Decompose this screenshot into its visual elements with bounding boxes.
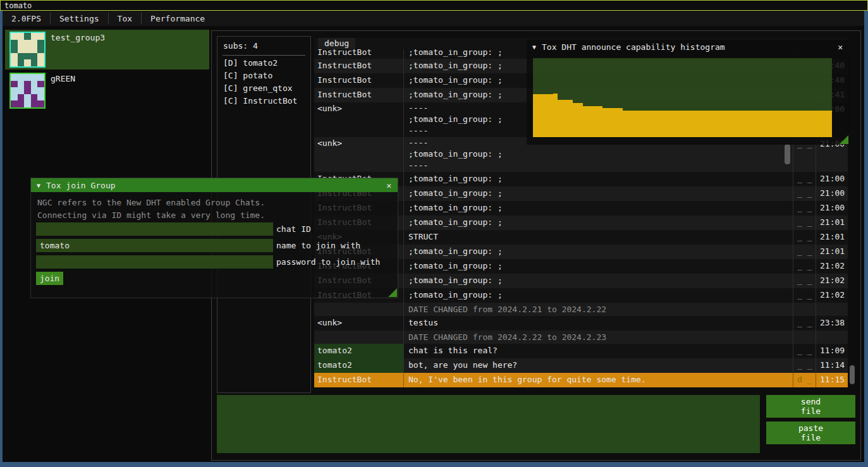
histogram-bar — [683, 111, 688, 137]
histogram-bar — [647, 111, 652, 137]
dht-histogram-window[interactable]: ▼ Tox DHT announce capability histogram … — [527, 40, 849, 145]
histogram-bar — [652, 111, 657, 137]
avatar-pixel — [37, 74, 44, 81]
close-icon[interactable]: ✕ — [386, 181, 398, 190]
histogram-bar — [828, 111, 833, 137]
histogram-bar — [812, 111, 817, 137]
avatar-pixel — [31, 94, 38, 101]
group-item-green[interactable]: gREEN — [5, 71, 209, 111]
delivery-flags: _ _ — [793, 186, 816, 201]
join-group-window[interactable]: ▼ Tox join Group ✕ NGC refers to the New… — [30, 178, 398, 298]
menu-item-2-0fps[interactable]: 2.0FPS — [3, 11, 50, 26]
dht-histogram-title: Tox DHT announce capability histogram — [542, 42, 725, 52]
delivery-flags: _ _ — [793, 316, 816, 331]
message-text: bot, are you new here? — [404, 358, 793, 373]
member-item[interactable]: [D] tomato2 — [223, 57, 278, 70]
avatar-pixel — [11, 74, 18, 81]
paste-file-button[interactable]: paste file — [766, 422, 855, 444]
chat-row[interactable]: DATE CHANGED from 2024.2.22 to 2024.2.23 — [314, 331, 848, 344]
close-icon[interactable]: ✕ — [838, 42, 849, 52]
histogram-bar — [787, 111, 792, 137]
timestamp: 21:00 — [816, 172, 848, 186]
timestamp: 21:02 — [816, 259, 848, 274]
histogram-bar — [802, 111, 807, 137]
avatar-pixel — [11, 46, 18, 53]
menu-item-tox[interactable]: Tox — [109, 11, 141, 26]
chat-row[interactable]: tomato2bot, are you new here?_ _11:14 — [314, 358, 848, 373]
timestamp: 21:01 — [816, 215, 848, 230]
timestamp: 21:00 — [816, 201, 848, 215]
avatar-pixel — [37, 87, 44, 94]
sender-name: tomato2 — [314, 344, 404, 358]
avatar-pixel — [11, 94, 18, 101]
collapse-arrow-icon[interactable]: ▼ — [31, 182, 46, 189]
chat-id-input[interactable] — [36, 222, 273, 236]
histogram-bar — [578, 103, 583, 137]
histogram-bar — [638, 111, 643, 137]
member-item[interactable]: [C] green_qtox — [223, 82, 293, 95]
message-text: ;tomato_in_group: ; — [404, 201, 793, 215]
join-group-title-bar[interactable]: ▼ Tox join Group ✕ — [31, 178, 398, 192]
chat-scrollbar-thumb[interactable] — [850, 365, 855, 384]
chat-row[interactable]: tomato2chat is this real?_ _11:09 — [314, 344, 848, 358]
sender-name: InstructBot — [314, 88, 404, 102]
histogram-bar — [707, 111, 712, 137]
avatar-pixel — [11, 100, 18, 107]
timestamp — [816, 303, 848, 316]
member-item[interactable]: [C] InstructBot — [223, 95, 297, 107]
sender-name: InstructBot — [314, 49, 404, 59]
member-item[interactable]: [C] potato — [223, 70, 272, 82]
message-text: ;tomato_in_group: ; — [404, 186, 793, 201]
avatar-pixel — [37, 100, 44, 107]
window-border-right — [864, 11, 868, 467]
paste-file-label-line1: paste — [798, 423, 823, 433]
dht-histogram-plot — [533, 58, 832, 137]
menu-item-settings[interactable]: Settings — [51, 11, 108, 26]
avatar-pixel — [11, 53, 18, 60]
sender-name — [314, 331, 404, 344]
timestamp: 21:01 — [816, 245, 848, 259]
avatar-pixel — [18, 33, 25, 40]
chat-row[interactable]: InstructBotNo, I've been in this group f… — [314, 373, 848, 387]
paste-file-label-line2: file — [801, 433, 821, 442]
avatar-pixel — [11, 33, 18, 40]
histogram-bar — [608, 108, 613, 137]
timestamp: 21:02 — [816, 288, 848, 303]
chat-row[interactable]: <unk>testus_ _23:38 — [314, 316, 848, 331]
window-border-bottom — [0, 462, 868, 467]
message-input[interactable] — [217, 395, 760, 453]
group-item-test-group3[interactable]: test_group3 — [5, 30, 209, 70]
group-name: gREEN — [51, 74, 75, 83]
window-title-bar[interactable]: tomato — [0, 0, 868, 11]
resize-grip[interactable] — [840, 135, 848, 144]
dht-histogram-title-bar[interactable]: ▼ Tox DHT announce capability histogram … — [527, 40, 849, 54]
histogram-bar — [702, 111, 707, 137]
tab-debug[interactable]: debug — [318, 38, 355, 49]
join-password-input[interactable] — [36, 255, 273, 269]
collapse-arrow-icon[interactable]: ▼ — [527, 44, 542, 51]
menu-item-performance[interactable]: Performance — [142, 11, 214, 26]
avatar-pixel — [31, 33, 38, 40]
histogram-bar — [733, 111, 738, 137]
avatar-pixel — [11, 59, 18, 66]
send-file-button[interactable]: send file — [766, 395, 855, 418]
avatar-pixel — [18, 53, 25, 60]
join-name-input[interactable]: tomato — [36, 239, 273, 252]
histogram-bar — [712, 111, 718, 137]
sender-name: <unk> — [314, 137, 404, 172]
histogram-bar — [553, 94, 558, 137]
avatar-pixel — [24, 40, 31, 47]
join-button[interactable]: join — [36, 272, 63, 285]
histogram-bar — [593, 106, 598, 137]
avatar-pixel — [24, 81, 31, 88]
resize-grip[interactable] — [388, 288, 397, 297]
avatar-pixel — [18, 94, 25, 101]
avatar-pixel — [18, 81, 25, 88]
chat-row[interactable]: DATE CHANGED from 2024.2.21 to 2024.2.22 — [314, 303, 848, 316]
histogram-bar — [548, 94, 553, 137]
send-file-label-line2: file — [801, 406, 821, 416]
histogram-bar — [568, 100, 573, 137]
sender-name: <unk> — [314, 102, 404, 137]
message-scrollbar-thumb[interactable] — [785, 144, 790, 164]
message-line: ---- — [408, 160, 793, 171]
